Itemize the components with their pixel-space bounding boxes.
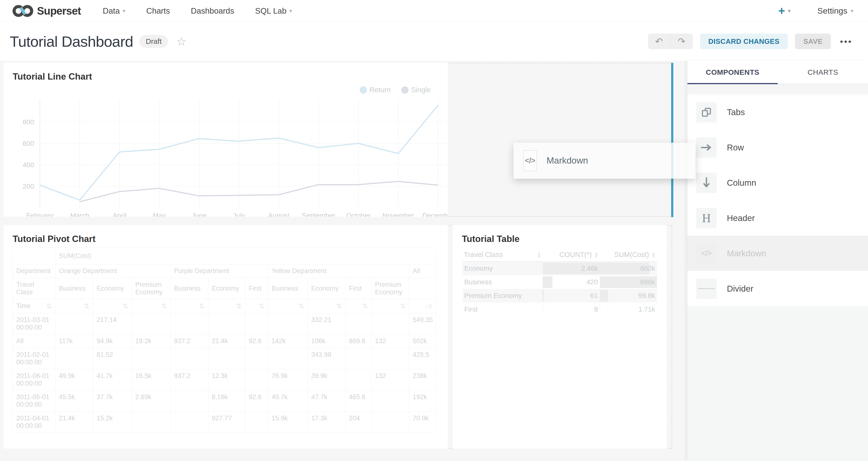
discard-changes-button[interactable]: DISCARD CHANGES — [700, 34, 788, 49]
pivot-value-cell — [345, 313, 372, 334]
column-header[interactable]: COUNT(*)▲▼ — [542, 248, 600, 262]
component-item-divider[interactable]: Divider — [687, 271, 868, 306]
sort-arrows-icon[interactable]: ⇅ — [299, 302, 304, 310]
pivot-value-cell: 12.3k — [208, 369, 245, 391]
pivot-data-row: 2011-05-01 00:00:0045.5k37.7k2.69k8.16k9… — [13, 391, 436, 411]
svg-text:February: February — [26, 212, 54, 217]
travel-class-header: Economy — [308, 278, 345, 299]
sort-caret-icon[interactable]: ▲▼ — [537, 252, 541, 258]
undo-button[interactable]: ↶ — [648, 34, 671, 49]
add-new-button[interactable]: + ▾ — [778, 4, 790, 18]
component-list: TabsRowColumnHHeader</>MarkdownDivider — [687, 94, 868, 306]
svg-text:800: 800 — [23, 118, 34, 126]
department-header: Purple Department — [170, 264, 268, 278]
travel-class-header: Economy — [93, 278, 132, 299]
pivot-time-cell: All — [13, 334, 56, 348]
redo-icon: ↷ — [678, 36, 685, 47]
sum-cell: 1.71k — [600, 303, 657, 316]
component-item-row[interactable]: Row — [687, 130, 868, 165]
pivot-data-row: 2011-04-01 00:00:0021.4k15.2k927.7715.9k… — [13, 411, 436, 433]
table-row: First91.71k — [462, 303, 657, 316]
pivot-value-cell — [268, 348, 308, 369]
save-button[interactable]: SAVE — [795, 34, 831, 49]
nav-item-charts[interactable]: Charts — [146, 6, 170, 16]
sort-arrows-icon[interactable]: ⇅ — [161, 302, 167, 310]
chart-title: Tutorial Pivot Chart — [13, 234, 96, 244]
tab-components[interactable]: COMPONENTS — [687, 61, 778, 84]
redo-button[interactable]: ↷ — [671, 34, 693, 49]
sort-arrows-icon[interactable]: ⇅ — [46, 302, 52, 310]
pivot-value-cell: 192k — [409, 391, 436, 411]
plus-icon: + — [778, 4, 785, 18]
pivot-value-cell: 465.6 — [345, 391, 372, 411]
component-item-header[interactable]: HHeader — [687, 200, 868, 236]
svg-text:600: 600 — [23, 140, 34, 147]
sort-arrows-icon[interactable]: ⇅ — [236, 302, 242, 310]
pivot-value-cell — [268, 313, 308, 334]
legend-dot-icon — [401, 86, 409, 94]
svg-text:October: October — [346, 212, 371, 217]
travel-class-header: Economy — [208, 278, 245, 299]
pivot-time-cell: 2011-06-01 00:00:00 — [13, 369, 56, 391]
line-chart-panel[interactable]: Tutorial Line Chart ReturnSingle Februar… — [3, 63, 448, 217]
table-chart-panel[interactable]: Tutorial Table Travel Class▲▼COUNT(*)▲▼S… — [453, 225, 667, 449]
chevron-down-icon: ▾ — [788, 8, 790, 14]
legend-item-single[interactable]: Single — [401, 86, 431, 94]
pivot-value-cell: 142k — [268, 334, 308, 348]
page-title[interactable]: Tutorial Dashboard — [10, 33, 133, 50]
nav-item-dashboards[interactable]: Dashboards — [191, 6, 234, 16]
legend-dot-icon — [360, 86, 367, 94]
superset-logo[interactable]: Superset — [12, 5, 81, 17]
pivot-value-cell: 106k — [308, 334, 345, 348]
column-header[interactable]: Travel Class▲▼ — [462, 248, 542, 262]
sort-arrows-icon[interactable]: ⇅ — [400, 302, 406, 310]
chevron-down-icon: ▾ — [123, 8, 125, 14]
svg-text:400: 400 — [23, 161, 34, 169]
sort-arrows-icon[interactable]: ⇅ — [259, 302, 265, 310]
component-item-column[interactable]: Column — [687, 165, 868, 200]
department-header: All — [409, 264, 436, 278]
sort-arrows-icon[interactable]: ⇅ — [336, 302, 342, 310]
undo-icon: ↶ — [655, 36, 663, 47]
nav-item-data[interactable]: Data▾ — [103, 6, 125, 16]
nav-item-sql-lab[interactable]: SQL Lab▾ — [255, 6, 292, 16]
legend-item-return[interactable]: Return — [360, 86, 391, 94]
sort-arrows-icon[interactable]: ⇅ — [123, 302, 128, 310]
svg-text:May: May — [153, 212, 166, 217]
travel-class-header: First — [345, 278, 372, 299]
sort-caret-icon[interactable]: ▲▼ — [651, 252, 656, 258]
favorite-star-icon[interactable]: ☆ — [176, 35, 187, 48]
count-cell: 9 — [542, 303, 600, 316]
pivot-value-cell: 45.5k — [56, 391, 93, 411]
travel-class-cell: Economy — [462, 262, 542, 275]
pivot-time-cell: 2011-04-01 00:00:00 — [13, 411, 56, 433]
pivot-value-cell — [345, 348, 372, 369]
pivot-value-cell: 49.9k — [56, 369, 93, 391]
sort-desc-icon[interactable]: ↓≡ — [425, 302, 432, 310]
pivot-metric-row: SUM(Cost) — [13, 248, 436, 264]
drop-indicator-line — [671, 63, 673, 217]
pivot-value-cell: 132 — [372, 369, 409, 391]
pivot-value-cell: 37.7k — [93, 391, 132, 411]
travel-class-header: Premium Economy — [132, 278, 170, 299]
drag-ghost-markdown[interactable]: </> Markdown — [514, 143, 695, 179]
travel-class-header: Premium Economy — [372, 278, 409, 299]
sort-arrows-icon[interactable]: ⇅ — [199, 302, 205, 310]
pivot-value-cell: 204 — [345, 411, 372, 433]
tab-charts[interactable]: CHARTS — [778, 61, 868, 84]
pivot-value-cell: 92.6 — [245, 391, 268, 411]
settings-menu[interactable]: Settings ▾ — [817, 6, 854, 16]
line-chart-svg: FebruaryMarchAprilMayJuneJulyAugustSepte… — [18, 97, 448, 217]
component-item-markdown[interactable]: </>Markdown — [687, 236, 868, 271]
sort-caret-icon[interactable]: ▲▼ — [594, 252, 598, 258]
component-item-tabs[interactable]: Tabs — [687, 94, 868, 130]
sort-arrows-icon[interactable]: ⇅ — [362, 302, 368, 310]
sum-cell: 696k — [600, 275, 657, 289]
sort-arrows-icon[interactable]: ⇅ — [84, 302, 90, 310]
pivot-chart-panel[interactable]: Tutorial Pivot Chart SUM(Cost)Department… — [3, 225, 448, 449]
overflow-menu-icon[interactable]: ••• — [838, 37, 855, 46]
column-header[interactable]: SUM(Cost)▲▼ — [600, 248, 657, 262]
pivot-value-cell: 937.2 — [170, 334, 208, 348]
sum-cell: 99.8k — [600, 289, 657, 303]
pivot-department-row: DepartmentOrange DepartmentPurple Depart… — [13, 264, 436, 278]
